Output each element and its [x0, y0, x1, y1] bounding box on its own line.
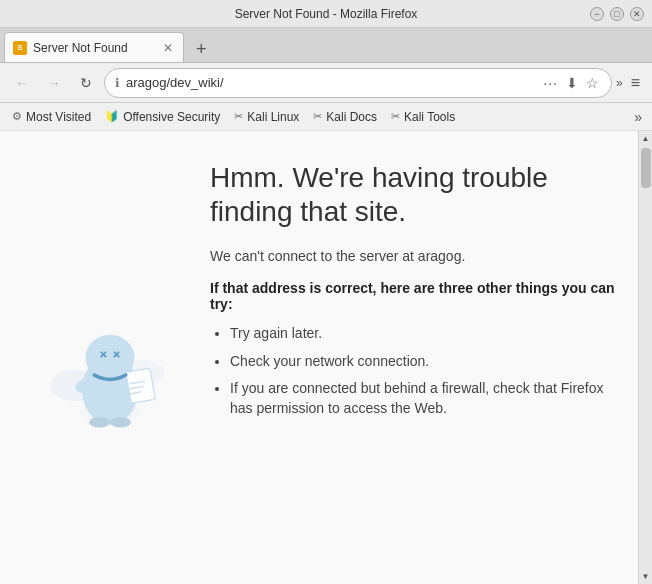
- close-button[interactable]: ✕: [630, 7, 644, 21]
- main-content: Hmm. We're having trouble finding that s…: [0, 131, 652, 584]
- error-suggestion: If that address is correct, here are thr…: [210, 280, 618, 312]
- error-list: Try again later. Check your network conn…: [210, 324, 618, 418]
- minimize-button[interactable]: −: [590, 7, 604, 21]
- forward-button[interactable]: →: [40, 69, 68, 97]
- title-bar: Server Not Found - Mozilla Firefox − □ ✕: [0, 0, 652, 28]
- bookmark-most-visited[interactable]: ⚙ Most Visited: [6, 108, 97, 126]
- error-heading: Hmm. We're having trouble finding that s…: [210, 161, 618, 228]
- tab-title: Server Not Found: [33, 41, 155, 55]
- bookmark-label: Kali Tools: [404, 110, 455, 124]
- menu-button[interactable]: ≡: [627, 70, 644, 96]
- list-item: Check your network connection.: [230, 352, 618, 372]
- pocket-button[interactable]: ⬇: [564, 73, 580, 93]
- svg-rect-9: [126, 368, 156, 403]
- kali-tools-icon: ✂: [391, 110, 400, 123]
- window-title: Server Not Found - Mozilla Firefox: [235, 7, 418, 21]
- bookmark-offensive-security[interactable]: 🔰 Offensive Security: [99, 108, 226, 126]
- mascot-svg: [40, 298, 180, 438]
- address-more-button[interactable]: ···: [543, 75, 558, 91]
- kali-icon: ✂: [234, 110, 243, 123]
- back-button[interactable]: ←: [8, 69, 36, 97]
- maximize-button[interactable]: □: [610, 7, 624, 21]
- scroll-down-arrow[interactable]: ▼: [639, 569, 652, 584]
- bookmark-label: Most Visited: [26, 110, 91, 124]
- bookmark-label: Kali Docs: [326, 110, 377, 124]
- kali-docs-icon: ✂: [313, 110, 322, 123]
- address-icons: ⬇ ☆: [564, 73, 601, 93]
- os-icon: 🔰: [105, 110, 119, 123]
- error-text-area: Hmm. We're having trouble finding that s…: [200, 151, 618, 564]
- bookmark-kali-linux[interactable]: ✂ Kali Linux: [228, 108, 305, 126]
- scrollbar[interactable]: ▲ ▼: [638, 131, 652, 584]
- bookmark-star-button[interactable]: ☆: [584, 73, 601, 93]
- bookmark-kali-docs[interactable]: ✂ Kali Docs: [307, 108, 383, 126]
- bookmark-label: Kali Linux: [247, 110, 299, 124]
- expand-button[interactable]: »: [616, 76, 623, 90]
- svg-point-15: [110, 417, 131, 428]
- error-illustration: [20, 151, 200, 564]
- bookmarks-more-button[interactable]: »: [630, 107, 646, 127]
- bookmarks-bar: ⚙ Most Visited 🔰 Offensive Security ✂ Ka…: [0, 103, 652, 131]
- tab-close-button[interactable]: ✕: [161, 39, 175, 57]
- bookmark-kali-tools[interactable]: ✂ Kali Tools: [385, 108, 461, 126]
- new-tab-button[interactable]: +: [188, 39, 215, 60]
- bookmark-label: Offensive Security: [123, 110, 220, 124]
- list-item: If you are connected but behind a firewa…: [230, 379, 618, 418]
- window-controls: − □ ✕: [590, 7, 644, 21]
- error-subtext: We can't connect to the server at aragog…: [210, 248, 618, 264]
- address-input[interactable]: [126, 75, 537, 90]
- address-bar[interactable]: ℹ ··· ⬇ ☆: [104, 68, 612, 98]
- scroll-thumb[interactable]: [641, 148, 651, 188]
- nav-bar: ← → ↻ ℹ ··· ⬇ ☆ » ≡: [0, 63, 652, 103]
- tab-favicon: S: [13, 41, 27, 55]
- lock-icon: ℹ: [115, 76, 120, 90]
- content-area: Hmm. We're having trouble finding that s…: [0, 131, 638, 584]
- gear-icon: ⚙: [12, 110, 22, 123]
- list-item: Try again later.: [230, 324, 618, 344]
- active-tab[interactable]: S Server Not Found ✕: [4, 32, 184, 62]
- svg-point-14: [89, 417, 110, 428]
- scroll-up-arrow[interactable]: ▲: [639, 131, 652, 146]
- reload-button[interactable]: ↻: [72, 69, 100, 97]
- tab-bar: S Server Not Found ✕ +: [0, 28, 652, 63]
